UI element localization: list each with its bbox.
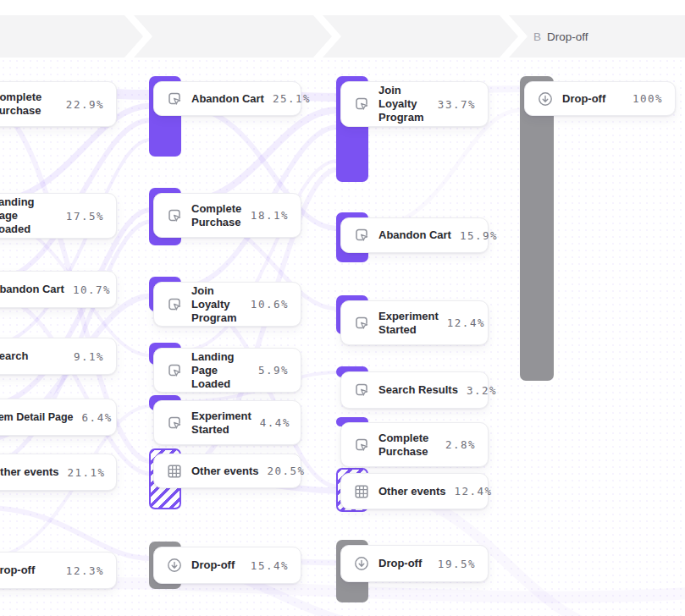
event-percent: 2.8% <box>445 438 476 451</box>
event-percent: 25.1% <box>273 92 311 105</box>
event-label: Item Detail Page <box>0 410 74 424</box>
event-percent: 10.6% <box>251 298 289 311</box>
click-event-icon <box>353 227 370 244</box>
event-percent: 15.4% <box>251 559 289 572</box>
dropoff-arrow-icon <box>537 91 554 107</box>
step-segment-3[interactable] <box>323 15 518 58</box>
event-label: Complete Purchase <box>191 202 242 229</box>
event-percent: 19.5% <box>438 558 476 570</box>
event-percent: 20.5% <box>267 465 305 477</box>
event-label: Experiment Started <box>191 410 251 437</box>
event-percent: 10.7% <box>73 283 111 296</box>
event-label: Drop-off <box>0 564 58 577</box>
grid-icon <box>353 483 370 500</box>
event-card[interactable]: Experiment Started 4.4% <box>153 400 301 445</box>
event-percent: 33.7% <box>438 98 476 111</box>
event-label: Search Results <box>378 383 458 397</box>
event-card[interactable]: Search 9.1% <box>0 338 117 375</box>
other-events-card[interactable]: Other events 12.4% <box>340 473 489 509</box>
step-4-label[interactable]: B Drop-off <box>533 30 588 43</box>
event-card[interactable]: Search Results 3.2% <box>340 371 489 409</box>
event-label: Experiment Started <box>378 310 439 337</box>
event-card[interactable]: Experiment Started 12.4% <box>340 300 489 345</box>
flow-node-bar-dropoff[interactable] <box>520 76 554 381</box>
dropoff-card[interactable]: Drop-off 12.3% <box>0 552 117 589</box>
step-segment-2[interactable] <box>134 15 332 58</box>
event-percent: 5.9% <box>258 364 289 377</box>
other-events-card[interactable]: Other events 21.1% <box>0 454 117 491</box>
event-percent: 6.4% <box>82 411 113 424</box>
event-label: Abandon Cart <box>0 283 64 296</box>
event-label: Other events <box>378 485 445 498</box>
event-label: Landing Page Loaded <box>191 350 250 391</box>
event-label: Abandon Cart <box>378 228 451 242</box>
event-label: Other events <box>191 465 258 478</box>
event-percent: 15.9% <box>460 229 498 242</box>
click-event-icon <box>353 437 370 454</box>
dropoff-card[interactable]: Drop-off 100% <box>524 81 676 116</box>
event-label: Drop-off <box>562 92 624 106</box>
event-percent: 12.4% <box>454 485 492 498</box>
event-label: Landing Page Loaded <box>0 195 58 236</box>
event-label: Search <box>0 349 65 363</box>
click-event-icon <box>166 415 183 432</box>
click-event-icon <box>353 382 370 399</box>
step-name: Drop-off <box>547 30 588 43</box>
event-percent: 4.4% <box>260 416 290 429</box>
event-label: Complete Purchase <box>378 432 437 459</box>
event-percent: 9.1% <box>74 350 104 363</box>
dropoff-card[interactable]: Drop-off 19.5% <box>340 545 489 582</box>
dropoff-card[interactable]: Drop-off 15.4% <box>153 547 301 584</box>
dropoff-arrow-icon <box>353 555 370 572</box>
event-card[interactable]: Complete Purchase 22.9% <box>0 81 117 127</box>
event-label: Join Loyalty Program <box>191 284 242 325</box>
event-card[interactable]: Item Detail Page 6.4% <box>0 399 117 436</box>
event-label: Drop-off <box>191 558 242 572</box>
event-card[interactable]: Abandon Cart 15.9% <box>340 217 489 253</box>
event-card[interactable]: Join Loyalty Program 33.7% <box>340 81 489 127</box>
event-percent: 21.1% <box>67 466 105 479</box>
click-event-icon <box>353 96 370 113</box>
event-percent: 100% <box>633 92 663 105</box>
event-label: Complete Purchase <box>0 91 58 118</box>
event-percent: 17.5% <box>66 210 104 223</box>
grid-icon <box>166 463 183 480</box>
event-percent: 12.3% <box>66 564 104 577</box>
click-event-icon <box>166 296 183 313</box>
event-card[interactable]: Complete Purchase 18.1% <box>153 193 301 238</box>
click-event-icon <box>166 207 183 224</box>
event-percent: 12.4% <box>447 316 485 329</box>
event-card[interactable]: Join Loyalty Program 10.6% <box>153 282 301 327</box>
event-percent: 3.2% <box>467 384 497 397</box>
event-label: Drop-off <box>378 557 429 570</box>
event-label: Other events <box>0 465 58 479</box>
event-percent: 18.1% <box>251 209 289 222</box>
click-event-icon <box>353 315 370 332</box>
funnel-step-bar: B Drop-off <box>0 0 685 68</box>
event-label: Abandon Cart <box>191 92 264 106</box>
event-percent: 22.9% <box>66 98 104 111</box>
event-label: Join Loyalty Program <box>378 84 429 124</box>
event-card[interactable]: Complete Purchase 2.8% <box>340 422 489 467</box>
other-events-card[interactable]: Other events 20.5% <box>153 454 301 488</box>
click-event-icon <box>166 362 183 379</box>
step-variant-badge: B <box>533 30 541 43</box>
dropoff-arrow-icon <box>166 557 183 574</box>
event-card[interactable]: Abandon Cart 10.7% <box>0 271 117 308</box>
step-segment-1[interactable] <box>0 15 143 58</box>
click-event-icon <box>166 91 183 107</box>
event-card[interactable]: Landing Page Loaded 5.9% <box>153 348 301 393</box>
event-card[interactable]: Landing Page Loaded 17.5% <box>0 193 117 239</box>
event-card[interactable]: Abandon Cart 25.1% <box>153 81 301 116</box>
